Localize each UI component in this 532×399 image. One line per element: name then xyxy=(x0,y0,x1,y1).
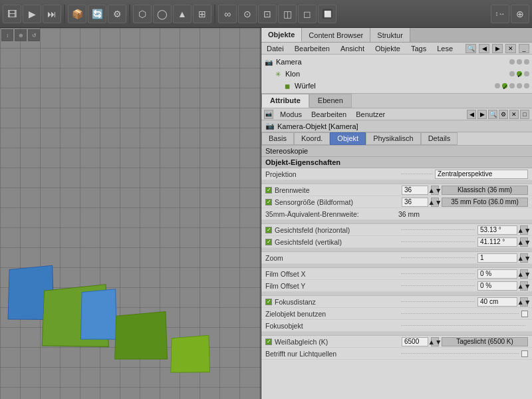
fokusdistanz-checkbox[interactable]: ✓ xyxy=(265,299,272,305)
viewport-grid xyxy=(0,28,261,399)
prop-projektion-label: Projektion xyxy=(265,170,398,178)
zoom-value: ▲▼ xyxy=(477,253,528,263)
prop-zielobjekt-label: Zielobjekt benutzen xyxy=(265,310,398,318)
attr-icon-1[interactable]: 🔍 xyxy=(488,110,497,119)
zoom-input[interactable] xyxy=(477,253,517,263)
prop-tab-koord[interactable]: Koord. xyxy=(294,132,330,145)
menu-datei[interactable]: Datei xyxy=(264,45,287,53)
wuerfel-dot2: ✓ xyxy=(502,83,507,88)
toolbar-icon-misc[interactable]: ⊙ xyxy=(238,5,257,23)
film-y-spinner[interactable]: ▲▼ xyxy=(520,281,528,291)
toolbar-icon-misc4[interactable]: ◻ xyxy=(298,5,317,23)
tab-struktur[interactable]: Struktur xyxy=(370,28,410,42)
toolbar-icon-infinity[interactable]: ∞ xyxy=(218,5,237,23)
menu-bearbeiten[interactable]: Bearbeiten xyxy=(292,45,332,53)
attr-tab-ebenen[interactable]: Ebenen xyxy=(309,94,352,108)
submenu-bearbeiten[interactable]: Bearbeiten xyxy=(309,110,349,118)
arrow-left-icon[interactable]: ◀ xyxy=(479,44,489,53)
submenu-modus[interactable]: Modus xyxy=(277,110,305,118)
gesichtsfeld-h-spinner[interactable]: ▲▼ xyxy=(520,225,528,235)
tab-objekte[interactable]: Objekte xyxy=(261,28,302,42)
fokusdistanz-input[interactable] xyxy=(477,297,517,307)
prop-sensorgroesse-label: ✓ Sensorgröße (Bildformat) xyxy=(265,198,396,206)
toolbar-icon-shape4[interactable]: ⊞ xyxy=(193,5,211,23)
props-area: Projektion ✓ Brennweite ▲▼ Klassisch (36… xyxy=(261,168,532,399)
toolbar-icon-nav[interactable]: ⊕ xyxy=(511,5,529,23)
prop-projektion-value[interactable] xyxy=(435,170,528,179)
obj-label-text: Kamera-Objekt [Kamera] xyxy=(277,122,358,130)
attr-icon-3[interactable]: ✕ xyxy=(509,110,519,119)
film-x-input[interactable] xyxy=(477,269,517,279)
sensorgroesse-spinner[interactable]: ▲▼ xyxy=(431,198,439,207)
attr-tab-attribute[interactable]: Attribute xyxy=(261,94,309,108)
gesichtsfeld-v-spinner[interactable]: ▲▼ xyxy=(520,237,528,247)
weissabgleich-checkbox[interactable]: ✓ xyxy=(265,338,272,345)
toolbar-icon-film[interactable]: 🎞 xyxy=(3,5,21,23)
menu-ansicht[interactable]: Ansicht xyxy=(338,45,367,53)
obj-row-wuerfel[interactable]: ◼ Würfel ✓ xyxy=(261,80,532,92)
brennweite-spinner[interactable]: ▲▼ xyxy=(431,186,439,195)
toolbar-icon-shape2[interactable]: ◯ xyxy=(153,5,172,23)
sensorgroesse-btn[interactable]: 35 mm Foto (36.0 mm) xyxy=(442,198,528,207)
close-icon[interactable]: ✕ xyxy=(505,44,516,53)
zoom-spinner[interactable]: ▲▼ xyxy=(520,253,528,263)
film-x-spinner[interactable]: ▲▼ xyxy=(520,269,528,279)
toolbar-icon-misc3[interactable]: ◫ xyxy=(278,5,297,23)
toolbar-icon-gear[interactable]: ⚙ xyxy=(108,5,126,23)
sensorgroesse-input[interactable] xyxy=(402,198,428,207)
wuerfel-dot1 xyxy=(495,83,500,88)
sensorgroesse-checkbox[interactable]: ✓ xyxy=(265,199,272,205)
gesichtsfeld-h-input[interactable] xyxy=(477,225,517,235)
brennweite-checkbox[interactable]: ✓ xyxy=(265,187,272,194)
obj-label-icon: 📷 xyxy=(265,122,275,130)
toolbar-icon-rotate[interactable]: 🔄 xyxy=(88,5,106,23)
obj-row-kamera[interactable]: 📷 Kamera xyxy=(261,56,532,68)
film-y-input[interactable] xyxy=(477,281,517,291)
lichtquellen-checkbox[interactable] xyxy=(521,350,528,357)
weissabgleich-input[interactable] xyxy=(402,337,428,346)
toolbar-icon-shape1[interactable]: ⬡ xyxy=(133,5,152,23)
toolbar-icon-arrows[interactable]: ↕↔ xyxy=(491,5,509,23)
attr-icon-4[interactable]: □ xyxy=(520,110,529,119)
viewport-3d[interactable]: ↕ ⊕ ↺ xyxy=(0,28,261,399)
gesichtsfeld-v-input[interactable] xyxy=(477,237,517,247)
brennweite-input[interactable] xyxy=(402,186,428,195)
prop-tab-physikalisch[interactable]: Physikalisch xyxy=(366,132,421,145)
object-list: 📷 Kamera ✳ Klon ✓ ◼ xyxy=(261,55,532,94)
minimize-icon[interactable]: _ xyxy=(519,44,529,53)
toolbar-icon-skip[interactable]: ⏭ xyxy=(43,5,61,23)
arrow-left-btn[interactable]: ◀ xyxy=(467,110,476,119)
prop-tab-basis[interactable]: Basis xyxy=(261,132,294,145)
klon-dot1 xyxy=(509,71,515,76)
weissabgleich-btn[interactable]: Tageslicht (6500 K) xyxy=(442,337,528,346)
arrow-right-icon[interactable]: ▶ xyxy=(492,44,503,53)
vp-nav-rotate[interactable]: ↺ xyxy=(28,29,40,41)
menu-objekte[interactable]: Objekte xyxy=(372,45,403,53)
vp-nav-arrows[interactable]: ↕ xyxy=(1,29,13,41)
toolbar-icon-play[interactable]: ▶ xyxy=(23,5,41,23)
weissabgleich-spinner[interactable]: ▲▼ xyxy=(431,337,439,346)
gesichtsfeld-v-checkbox[interactable]: ✓ xyxy=(265,239,272,245)
toolbar-icon-cube[interactable]: 📦 xyxy=(68,5,86,23)
obj-row-klon[interactable]: ✳ Klon ✓ xyxy=(261,68,532,80)
tab-content-browser[interactable]: Content Browser xyxy=(302,28,370,42)
toolbar-icon-misc5[interactable]: 🔲 xyxy=(318,5,336,23)
submenu-benutzer[interactable]: Benutzer xyxy=(353,110,388,118)
kamera-dot3 xyxy=(524,59,529,65)
zielobjekt-checkbox[interactable] xyxy=(521,311,528,317)
prop-brennweite: ✓ Brennweite ▲▼ Klassisch (36 mm) xyxy=(261,184,532,196)
search-icon[interactable]: 🔍 xyxy=(466,44,476,53)
prop-tab-objekt[interactable]: Objekt xyxy=(330,132,366,145)
attr-icon-2[interactable]: ⚙ xyxy=(499,110,508,119)
toolbar-icon-misc2[interactable]: ⊡ xyxy=(258,5,277,23)
menu-lese[interactable]: Lese xyxy=(434,45,456,53)
arrow-right-btn[interactable]: ▶ xyxy=(477,110,487,119)
prop-tab-details[interactable]: Details xyxy=(421,132,458,145)
gesichtsfeld-h-checkbox[interactable]: ✓ xyxy=(265,227,272,233)
fokusdistanz-spinner[interactable]: ▲▼ xyxy=(520,297,528,307)
brennweite-btn[interactable]: Klassisch (36 mm) xyxy=(442,186,528,195)
menu-tags[interactable]: Tags xyxy=(408,45,429,53)
film-y-value: ▲▼ xyxy=(477,281,528,291)
toolbar-icon-shape3[interactable]: ▲ xyxy=(173,5,192,23)
vp-nav-zoom[interactable]: ⊕ xyxy=(15,29,27,41)
